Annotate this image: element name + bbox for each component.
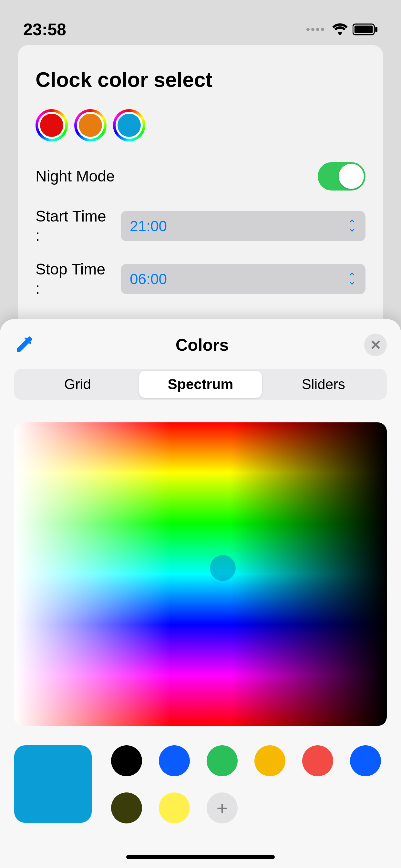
status-time: 23:58	[23, 20, 66, 39]
start-time-row: Start Time : 21:00 ⌃⌄	[35, 207, 366, 245]
tab-grid[interactable]: Grid	[16, 371, 139, 398]
close-icon: ✕	[370, 337, 381, 353]
start-time-select[interactable]: 21:00 ⌃⌄	[121, 211, 366, 241]
palette-color-3[interactable]	[207, 745, 238, 776]
start-time-label: Start Time :	[35, 207, 113, 245]
spectrum-cursor[interactable]	[210, 555, 236, 581]
preset-swatch-2[interactable]	[74, 109, 106, 142]
stop-time-row: Stop Time : 06:00 ⌃⌄	[35, 259, 366, 299]
eyedropper-button[interactable]	[14, 334, 40, 356]
battery-icon	[352, 23, 378, 35]
preset-swatch-row	[35, 109, 366, 142]
sheet-header: Colors ✕	[14, 319, 387, 364]
palette-area: +	[14, 745, 387, 824]
plus-icon: +	[216, 797, 227, 819]
stop-time-value: 06:00	[130, 270, 167, 288]
start-time-value: 21:00	[130, 217, 167, 235]
night-mode-row: Night Mode	[35, 162, 366, 190]
svg-rect-1	[354, 26, 373, 33]
svg-rect-2	[375, 27, 377, 32]
preset-swatch-1[interactable]	[35, 109, 68, 142]
wifi-icon	[332, 23, 348, 35]
color-picker-sheet: Colors ✕ Grid Spectrum Sliders +	[0, 319, 401, 868]
settings-card: Clock color select Night Mode Start Time…	[18, 45, 383, 358]
updown-icon: ⌃⌄	[348, 275, 357, 283]
stop-time-select[interactable]: 06:00 ⌃⌄	[121, 264, 366, 294]
status-bar: 23:58	[0, 0, 401, 45]
palette-color-5[interactable]	[302, 745, 333, 776]
cellular-dots-icon	[306, 28, 324, 31]
palette-color-8[interactable]	[159, 793, 190, 824]
palette-color-2[interactable]	[159, 745, 190, 776]
spectrum-field[interactable]	[14, 423, 387, 726]
close-button[interactable]: ✕	[364, 334, 387, 356]
palette-color-4[interactable]	[254, 745, 285, 776]
preset-swatch-3[interactable]	[113, 109, 145, 142]
page-title: Clock color select	[35, 68, 366, 92]
tab-sliders[interactable]: Sliders	[262, 371, 385, 398]
current-color-preview	[14, 745, 92, 823]
palette-color-7[interactable]	[111, 793, 142, 824]
night-mode-label: Night Mode	[35, 166, 115, 186]
home-indicator[interactable]	[126, 855, 275, 859]
night-mode-toggle[interactable]	[318, 162, 366, 190]
status-right	[306, 23, 378, 35]
palette-grid: +	[111, 745, 387, 824]
palette-add-button[interactable]: +	[207, 793, 238, 824]
palette-color-1[interactable]	[111, 745, 142, 776]
picker-tabs: Grid Spectrum Sliders	[14, 369, 387, 400]
palette-color-6[interactable]	[350, 745, 381, 776]
tab-spectrum[interactable]: Spectrum	[139, 371, 262, 398]
sheet-title: Colors	[40, 335, 364, 354]
updown-icon: ⌃⌄	[348, 222, 357, 230]
stop-time-label: Stop Time :	[35, 259, 113, 299]
